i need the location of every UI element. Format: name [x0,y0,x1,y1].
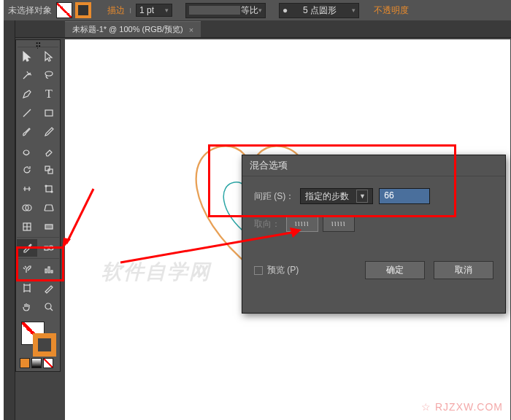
preview-label: 预览 (P) [267,264,299,276]
toolbox-handle[interactable]: ⠿ [18,42,58,47]
gradient-tool[interactable] [39,218,59,236]
eraser-tool[interactable] [39,142,59,160]
profile-field[interactable]: ● 5 点圆形▾ [279,3,359,18]
svg-rect-10 [45,225,53,229]
svg-rect-16 [24,285,30,291]
svg-point-17 [45,303,51,309]
orientation-row: 取向： ⲒⲒⲒⲒⲒ ⲒⲒⲒⲒⲒ [254,216,493,232]
dialog-title: 混合选项 [242,155,505,176]
checkbox-icon [254,266,263,275]
svg-rect-11 [45,246,48,250]
document-tab[interactable]: 未标题-1* @ 100% (RGB/预览) × [65,21,201,37]
svg-point-12 [49,246,53,250]
lasso-tool[interactable] [39,66,59,84]
scale-tool[interactable] [39,161,59,179]
opacity-label: 不透明度 [374,4,409,17]
zoom-tool[interactable] [39,298,59,316]
fill-stroke-swatches[interactable] [56,2,91,18]
perspective-grid-tool[interactable] [39,199,59,217]
left-panel-strip [4,20,15,420]
shape-builder-tool[interactable] [17,199,37,217]
color-mode-none[interactable] [43,358,53,368]
watermark-text: 软件自学网 [101,258,211,286]
spacing-mode-value: 指定的步数 [305,190,349,203]
eyedropper-tool[interactable] [17,239,37,257]
svg-rect-14 [48,267,50,273]
magic-wand-tool[interactable] [17,66,37,84]
stroke-label: 描边 [107,4,125,17]
blend-options-dialog: 混合选项 间距 (S)： 指定的步数 ▼ 66 取向： ⲒⲒⲒⲒⲒ ⲒⲒⲒⲒⲒ [242,155,506,314]
svg-rect-15 [51,271,53,273]
svg-rect-3 [48,169,53,174]
rotate-tool[interactable] [17,161,37,179]
cancel-button[interactable]: 取消 [434,261,493,279]
selection-status: 未选择对象 [8,4,52,17]
svg-rect-13 [45,269,47,273]
spacing-label: 间距 (S)： [254,190,294,203]
orient-align-path[interactable]: ⲒⲒⲒⲒⲒ [323,216,355,232]
dash-field[interactable]: 等比▾ [185,3,266,18]
column-graph-tool[interactable] [39,260,59,278]
color-mode-gradient[interactable] [31,358,42,368]
spacing-mode-dropdown[interactable]: 指定的步数 ▼ [300,188,373,204]
stroke-arrows[interactable]: ⁞ [129,7,131,15]
fill-stroke-control[interactable] [17,320,59,355]
free-transform-tool[interactable] [39,180,59,198]
type-tool[interactable]: T [39,85,59,103]
profile-value: 5 点圆形 [303,4,337,17]
spacing-value-input[interactable]: 66 [379,188,430,204]
preview-checkbox[interactable]: 预览 (P) [254,264,299,276]
blend-tool[interactable] [39,239,59,257]
document-tab-title: 未标题-1* @ 100% (RGB/预览) [72,24,183,35]
stroke-weight-value: 1 pt [139,5,154,15]
close-icon[interactable]: × [189,26,193,34]
ok-button[interactable]: 确定 [365,261,425,279]
toolbox: ⠿ T [15,39,61,372]
stroke-swatch[interactable] [75,2,91,18]
mesh-tool[interactable] [17,218,37,236]
line-tool[interactable] [17,104,37,122]
watermark-url: ☆ RJZXW.COM [421,401,503,413]
paintbrush-tool[interactable] [17,123,37,141]
spacing-row: 间距 (S)： 指定的步数 ▼ 66 [254,188,493,204]
pen-tool[interactable] [17,85,37,103]
spacing-value-text: 66 [384,190,393,201]
color-mode-row [17,357,59,370]
symbol-sprayer-tool[interactable] [17,260,37,278]
stroke-weight-field[interactable]: 1 pt▾ [136,4,172,17]
direct-selection-tool[interactable] [39,47,59,65]
chevron-down-icon: ▼ [356,190,368,203]
slice-tool[interactable] [39,279,59,297]
selection-tool[interactable] [17,47,37,65]
dash-value: 等比 [241,4,258,17]
hand-tool[interactable] [17,298,37,316]
orientation-label: 取向： [254,218,280,230]
document-tab-bar: 未标题-1* @ 100% (RGB/预览) × [4,20,511,38]
svg-rect-4 [46,186,52,192]
stroke-swatch-large[interactable] [33,333,56,357]
svg-rect-1 [45,110,53,116]
width-tool[interactable] [17,180,37,198]
rectangle-tool[interactable] [39,104,59,122]
orient-align-page[interactable]: ⲒⲒⲒⲒⲒ [286,216,318,232]
fill-none-swatch[interactable] [56,2,72,18]
color-mode-solid[interactable] [20,358,30,368]
options-bar: 未选择对象 描边 ⁞ 1 pt▾ 等比▾ ● 5 点圆形▾ 不透明度 [4,0,511,20]
stroke-preview-line [189,6,240,15]
dialog-footer: 预览 (P) 确定 取消 [242,255,505,285]
artboard-tool[interactable] [17,279,37,297]
blob-brush-tool[interactable] [17,142,37,160]
pencil-tool[interactable] [39,123,59,141]
svg-rect-2 [45,166,50,171]
